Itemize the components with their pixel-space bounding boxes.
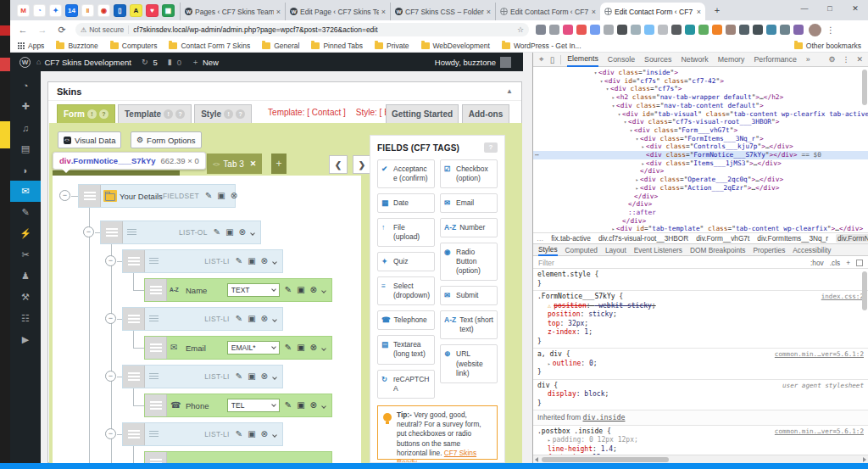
devtools-menu-icon[interactable]: ⋮ [842, 55, 849, 64]
field-tag-button[interactable]: ◉Radio Button (option) [440, 243, 498, 281]
field-tag-button[interactable]: ▤Textarea (long text) [377, 335, 435, 364]
tab-close-icon[interactable]: × [276, 8, 281, 16]
expand-arrow-icon[interactable]: ▾ [634, 135, 640, 143]
field-tag-button[interactable]: ⊕URL (website link) [440, 344, 498, 382]
bookmark-folder[interactable]: Computers [110, 42, 158, 50]
expand-arrow-icon[interactable]: ▾ [610, 102, 616, 110]
collapse-toggle[interactable]: − [59, 190, 70, 201]
tab-addons[interactable]: Add-ons [462, 104, 509, 123]
dom-node-line[interactable]: ::after [533, 209, 868, 217]
extension-icon[interactable] [793, 25, 804, 35]
dom-node-line[interactable]: </div> [533, 193, 868, 201]
help-badge[interactable]: ? [236, 109, 245, 119]
dom-node-line[interactable]: ▸<div class="Items___1jMS3">…</div> [533, 159, 868, 168]
sidebar-menu-item[interactable]: ◗ [10, 159, 41, 181]
sidebar-menu-item[interactable]: ♟ [10, 265, 41, 287]
other-bookmarks[interactable]: Other bookmarks [794, 42, 861, 50]
chevron-down-icon[interactable] [273, 315, 276, 323]
sidebar-menu-item[interactable]: ▶ [10, 329, 41, 350]
chevron-down-icon[interactable] [322, 401, 326, 410]
expand-arrow-icon[interactable]: ▸ [634, 176, 640, 184]
drag-handle[interactable] [145, 337, 167, 359]
field-tag-button[interactable]: ✉Submit [440, 286, 498, 305]
pinned-tab-icon[interactable]: ♥ [146, 4, 159, 17]
duplicate-icon[interactable]: ▣ [297, 286, 304, 294]
scrollbar-thumb[interactable] [542, 457, 669, 462]
field-tag-button[interactable]: ↑File (upload) [377, 218, 435, 247]
class-toggle-button[interactable]: .cls [830, 259, 840, 267]
styles-filter-input[interactable] [538, 259, 691, 267]
delete-icon[interactable]: ⊗ [261, 257, 268, 265]
breadcrumb-item[interactable]: … [537, 234, 543, 243]
edit-icon[interactable]: ✎ [236, 257, 242, 265]
duplicate-icon[interactable]: ▣ [248, 372, 255, 381]
stylesheet-source-link[interactable]: index.css:2 [821, 293, 864, 302]
styles-pane-tab[interactable]: DOM Breakpoints [690, 243, 745, 256]
collapse-toggle-icon[interactable]: ▲ [506, 87, 513, 95]
inherited-from-link[interactable]: div.inside [583, 413, 626, 422]
devtools-tab[interactable]: Elements [567, 53, 598, 67]
field-tag-button[interactable]: ✔Acceptance (confirm) [377, 159, 435, 188]
back-button[interactable]: ← [16, 23, 30, 36]
drag-handle[interactable] [123, 250, 145, 272]
duplicate-icon[interactable]: ▣ [297, 401, 304, 410]
edit-icon[interactable]: ✎ [214, 228, 220, 237]
delete-icon[interactable]: ⊗ [261, 372, 268, 381]
stylesheet-source-link[interactable]: common.min.…ver=5.6.1:2 [775, 350, 864, 360]
pinned-tab-icon[interactable]: ✦ [49, 4, 62, 17]
stylesheet-source-link[interactable]: user agent stylesheet [782, 382, 864, 391]
tabs-scroll-left-button[interactable]: ❮ [329, 155, 348, 174]
duplicate-icon[interactable]: ▣ [297, 343, 304, 352]
tab-close-icon[interactable]: × [381, 8, 386, 16]
bookmark-folder[interactable]: WebDevelopment [421, 42, 490, 50]
styles-scrollbar-thumb[interactable] [862, 271, 867, 310]
extension-icon[interactable] [712, 25, 722, 35]
extension-icon[interactable] [766, 25, 776, 35]
expand-arrow-icon[interactable]: ▸ [634, 184, 640, 193]
css-selector[interactable]: .postbox .inside [537, 427, 603, 435]
dom-node-line[interactable]: ▸<h2 class="nav-tab-wrapper default">…</… [533, 93, 868, 102]
field-type-select[interactable]: EMAIL* [227, 341, 280, 355]
form-tab-chip[interactable]: <> Tab 3 ✕ [207, 154, 262, 174]
field-tag-button[interactable]: ☑Checkbox (option) [440, 159, 498, 188]
grid-icon[interactable] [856, 260, 863, 266]
edit-icon[interactable]: ✎ [285, 286, 292, 294]
dom-node-line[interactable]: ▸<div id="tab-template" class="tab-conte… [533, 225, 868, 232]
dom-node-line[interactable]: ▾<div class="inside"> [533, 69, 868, 77]
tree-row[interactable]: Name TEXT ✎ ▣ ⊗ [144, 278, 332, 302]
delete-icon[interactable]: ⊗ [310, 401, 317, 410]
dom-node-line[interactable]: ▾<div id="cf7s" class="cf7-42"> [533, 77, 868, 86]
delete-icon[interactable]: ⊗ [261, 315, 268, 323]
drag-handle[interactable] [123, 423, 145, 445]
field-tag-button[interactable]: ≡Select (dropdown) [377, 276, 435, 305]
extension-icon[interactable] [671, 25, 682, 35]
edit-icon[interactable]: ✎ [236, 430, 242, 438]
pinned-tab-icon[interactable]: ▯ [114, 4, 126, 17]
tab-template[interactable]: Template!? [118, 104, 192, 123]
dom-node-line[interactable]: ▾<div id="tab-visual" class="tab-content… [533, 110, 868, 119]
devtools-close-icon[interactable]: ✕ [856, 55, 863, 64]
extension-icon[interactable] [590, 25, 600, 35]
browser-tab[interactable]: W CF7 Skins CSS – Folders & Fil × [390, 3, 495, 20]
expand-arrow-icon[interactable]: ▾ [622, 118, 628, 126]
sidebar-menu-item[interactable]: ✉ [10, 181, 41, 202]
tree-row[interactable]: Your Details FIELDSET ✎ ▣ ⊗ [78, 184, 236, 208]
maximize-button[interactable]: □ [817, 0, 843, 17]
dom-node-line[interactable]: </div> [533, 217, 868, 226]
bookmark-folder[interactable]: Contact Form 7 Skins [169, 42, 250, 50]
alert-badge[interactable]: ! [164, 109, 173, 119]
help-badge[interactable]: ? [175, 109, 185, 119]
tree-row[interactable]: LIST-OL ✎ ▣ ⊗ [100, 221, 261, 244]
devtools-tab[interactable]: Console [608, 53, 635, 67]
delete-icon[interactable]: ⊗ [261, 430, 268, 438]
delete-icon[interactable]: ⊗ [231, 192, 237, 200]
sidebar-menu-item[interactable]: ✚ [10, 96, 41, 117]
profile-avatar[interactable] [809, 24, 821, 36]
css-property[interactable]: outline: 0; [548, 360, 864, 369]
devtools-tab[interactable]: Memory [718, 53, 745, 67]
expand-arrow-icon[interactable]: ▾ [616, 110, 622, 119]
url-text[interactable]: cf7skinsdev.local/wp-admin/admin.php?pag… [133, 25, 514, 34]
chevron-down-icon[interactable] [322, 343, 326, 352]
sidebar-menu-item[interactable]: ⚒ [10, 287, 41, 308]
drag-handle[interactable] [123, 308, 145, 330]
